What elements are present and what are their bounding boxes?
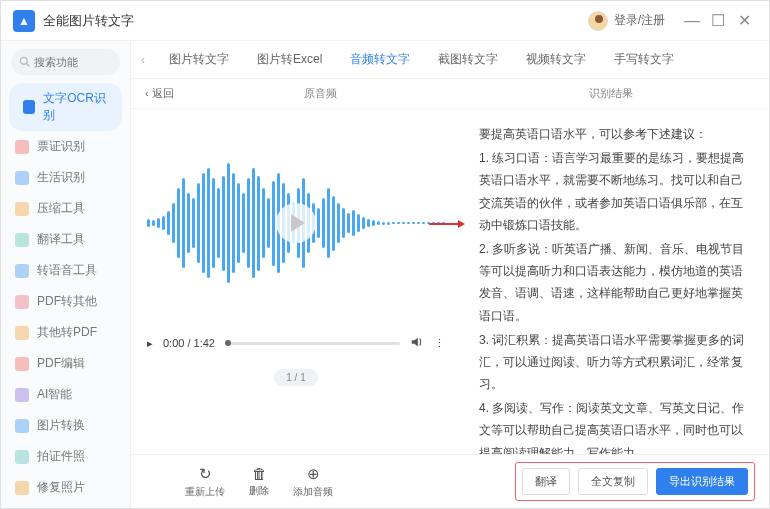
life-icon [15, 171, 29, 185]
translate-icon [15, 233, 29, 247]
sidebar-item-label: PDF转其他 [37, 293, 97, 310]
sidebar-item-label: 修复照片 [37, 479, 85, 496]
audio-controls: ▸ 0:00 / 1:42 ⋮ [147, 323, 445, 363]
sidebar-item-pdf-edit[interactable]: PDF编辑 [1, 348, 130, 379]
svg-line-1 [27, 64, 30, 67]
audio-panel: ▸ 0:00 / 1:42 ⋮ 1 / 1 [131, 109, 461, 454]
sidebar-item-tts[interactable]: 转语音工具 [1, 255, 130, 286]
ticket-icon [15, 140, 29, 154]
reload-icon: ↻ [199, 465, 212, 483]
avatar-icon[interactable] [588, 11, 608, 31]
tabs-prev-icon[interactable]: ‹ [141, 53, 145, 67]
svg-point-0 [20, 57, 27, 64]
waveform [147, 123, 445, 323]
sidebar-item-id-photo[interactable]: 拍证件照 [1, 441, 130, 472]
sidebar-item-label: 图片转换 [37, 417, 85, 434]
action-label: 重新上传 [185, 485, 225, 499]
result-item: 4. 多阅读、写作：阅读英文文章、写英文日记、作文等可以帮助自己提高英语口语水平… [479, 397, 753, 454]
sidebar-item-repair[interactable]: 修复照片 [1, 472, 130, 500]
action-label: 删除 [249, 484, 269, 498]
tab-handwriting-text[interactable]: 手写转文字 [600, 51, 688, 68]
sidebar: 文字OCR识别 票证识别 生活识别 压缩工具 翻译工具 转语音工具 PDF转其他… [1, 41, 131, 508]
sidebar-item-ai[interactable]: AI智能 [1, 379, 130, 410]
pager: 1 / 1 [147, 369, 445, 386]
button-group-highlight: 翻译 全文复制 导出识别结果 [515, 462, 755, 501]
maximize-button[interactable]: ☐ [705, 8, 731, 34]
result-panel: 要提高英语口语水平，可以参考下述建议： 1. 练习口语：语言学习最重要的是练习，… [461, 109, 769, 454]
export-button[interactable]: 导出识别结果 [656, 468, 748, 495]
minimize-button[interactable]: — [679, 8, 705, 34]
trash-icon: 🗑 [252, 465, 267, 482]
pdf-to-icon [15, 295, 29, 309]
plus-icon: ⊕ [307, 465, 320, 483]
time-label: 0:00 / 1:42 [163, 337, 215, 349]
reupload-button[interactable]: ↻重新上传 [185, 465, 225, 499]
arrow-annotation [429, 223, 463, 225]
sidebar-item-image-convert[interactable]: 图片转换 [1, 410, 130, 441]
sidebar-item-to-pdf[interactable]: 其他转PDF [1, 317, 130, 348]
pdf-edit-icon [15, 357, 29, 371]
search-icon [19, 53, 30, 71]
sidebar-item-life[interactable]: 生活识别 [1, 162, 130, 193]
search-input[interactable] [34, 56, 112, 68]
tab-screenshot-text[interactable]: 截图转文字 [424, 51, 512, 68]
result-item: 1. 练习口语：语言学习最重要的是练习，要想提高英语口语水平，就需要不断地练习。… [479, 147, 753, 236]
action-label: 添加音频 [293, 485, 333, 499]
tabs: ‹ 图片转文字 图片转Excel 音频转文字 截图转文字 视频转文字 手写转文字 [131, 41, 769, 79]
sidebar-item-label: 转语音工具 [37, 262, 97, 279]
sidebar-item-label: 压缩工具 [37, 200, 85, 217]
tab-image-excel[interactable]: 图片转Excel [243, 51, 336, 68]
tts-icon [15, 264, 29, 278]
sidebar-item-label: PDF编辑 [37, 355, 85, 372]
repair-icon [15, 481, 29, 495]
to-pdf-icon [15, 326, 29, 340]
app-logo: ▲ [13, 10, 35, 32]
subheader: ‹ 返回 原音频 识别结果 [131, 79, 769, 109]
pager-label: 1 / 1 [274, 369, 317, 386]
back-label: 返回 [152, 87, 174, 99]
compress-icon [15, 202, 29, 216]
add-audio-button[interactable]: ⊕添加音频 [293, 465, 333, 499]
play-pause-icon[interactable]: ▸ [147, 337, 153, 350]
ocr-icon [23, 100, 35, 114]
tab-video-text[interactable]: 视频转文字 [512, 51, 600, 68]
play-button[interactable] [276, 203, 316, 243]
more-icon[interactable]: ⋮ [434, 337, 445, 350]
image-convert-icon [15, 419, 29, 433]
subtitle-result: 识别结果 [467, 86, 755, 101]
result-intro: 要提高英语口语水平，可以参考下述建议： [479, 123, 753, 145]
sidebar-item-label: 生活识别 [37, 169, 85, 186]
sidebar-item-translate[interactable]: 翻译工具 [1, 224, 130, 255]
sidebar-item-label: AI智能 [37, 386, 72, 403]
sidebar-item-ticket[interactable]: 票证识别 [1, 131, 130, 162]
back-button[interactable]: ‹ 返回 [145, 86, 174, 101]
sidebar-item-label: 翻译工具 [37, 231, 85, 248]
id-photo-icon [15, 450, 29, 464]
sidebar-item-ocr[interactable]: 文字OCR识别 [9, 83, 122, 131]
sidebar-item-label: 票证识别 [37, 138, 85, 155]
result-item: 3. 词汇积累：提高英语口语水平需要掌握更多的词汇，可以通过阅读、听力等方式积累… [479, 329, 753, 396]
tab-audio-text[interactable]: 音频转文字 [336, 51, 424, 68]
copy-all-button[interactable]: 全文复制 [578, 468, 648, 495]
app-title: 全能图片转文字 [43, 12, 134, 30]
sidebar-item-label: 文字OCR识别 [43, 90, 108, 124]
sidebar-item-label: 其他转PDF [37, 324, 97, 341]
login-link[interactable]: 登录/注册 [614, 12, 665, 29]
footer: ↻重新上传 🗑删除 ⊕添加音频 翻译 全文复制 导出识别结果 [131, 454, 769, 508]
tab-image-text[interactable]: 图片转文字 [155, 51, 243, 68]
search-box[interactable] [11, 49, 120, 75]
sidebar-item-label: 拍证件照 [37, 448, 85, 465]
volume-icon[interactable] [410, 335, 424, 351]
seek-track[interactable] [225, 342, 400, 345]
sidebar-item-compress[interactable]: 压缩工具 [1, 193, 130, 224]
sidebar-item-pdf-to[interactable]: PDF转其他 [1, 286, 130, 317]
result-item: 2. 多听多说：听英语广播、新闻、音乐、电视节目等可以提高听力和口语表达能力，模… [479, 238, 753, 327]
translate-button[interactable]: 翻译 [522, 468, 570, 495]
subtitle-original: 原音频 [174, 86, 467, 101]
delete-button[interactable]: 🗑删除 [249, 465, 269, 499]
titlebar: ▲ 全能图片转文字 登录/注册 — ☐ ✕ [1, 1, 769, 41]
ai-icon [15, 388, 29, 402]
close-button[interactable]: ✕ [731, 8, 757, 34]
